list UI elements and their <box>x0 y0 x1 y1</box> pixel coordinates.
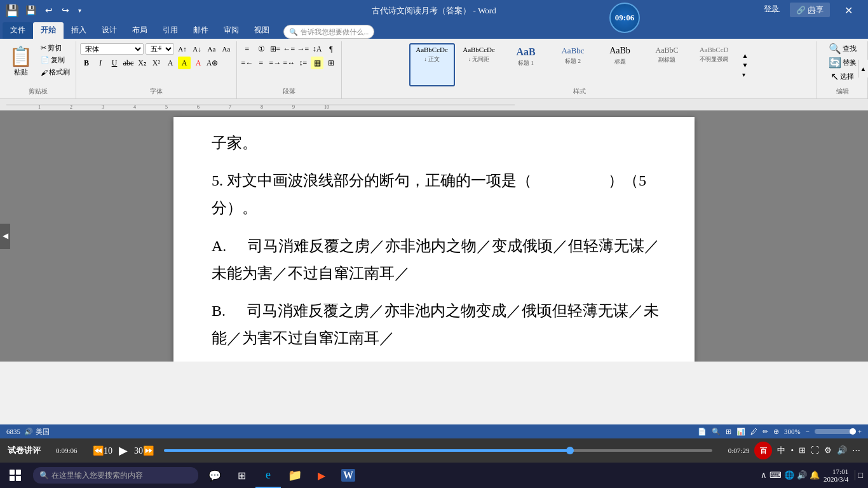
subscript-button[interactable]: X₂ <box>136 57 149 69</box>
taskbar-item-cortana[interactable]: 💬 <box>202 463 227 488</box>
decrease-indent-button[interactable]: ←≡ <box>283 43 295 55</box>
rewind-button[interactable]: ⏪10 <box>93 445 112 456</box>
style-normal[interactable]: AaBbCcDc ↓ 正文 <box>409 43 455 86</box>
quick-access-undo[interactable]: ↩ <box>43 4 55 17</box>
notification-icon[interactable]: 🔔 <box>810 470 820 480</box>
network-icon[interactable]: 🌐 <box>784 470 794 480</box>
increase-indent-button[interactable]: →≡ <box>297 43 309 55</box>
tab-review[interactable]: 审阅 <box>216 22 247 39</box>
superscript-button[interactable]: X² <box>150 57 163 69</box>
strikethrough-button[interactable]: abc <box>122 57 135 69</box>
style-heading1[interactable]: AaB 标题 1 <box>503 43 549 86</box>
tab-view[interactable]: 视图 <box>247 22 277 39</box>
play-pause-button[interactable]: ▶ <box>119 444 128 458</box>
close-button[interactable]: ✕ <box>834 0 863 21</box>
video-progress-bar[interactable] <box>164 449 712 452</box>
font-family-select[interactable]: 宋体 <box>80 43 144 55</box>
bold-button[interactable]: B <box>80 57 93 69</box>
tab-layout[interactable]: 布局 <box>125 22 155 39</box>
style-subtitle[interactable]: AaBbC 副标题 <box>644 43 690 86</box>
share-button[interactable]: 🔗 共享 <box>790 3 830 17</box>
highlight-button[interactable]: A <box>178 57 191 69</box>
taskbar-search[interactable]: 🔍 在这里输入您要搜索的内容 <box>33 467 198 484</box>
show-marks-button[interactable]: ¶ <box>325 43 337 55</box>
font-case-button[interactable]: Aa <box>220 43 233 55</box>
fast-forward-button[interactable]: 30⏩ <box>134 445 154 456</box>
quick-access-save[interactable]: 💾 <box>23 4 39 17</box>
format-painter-button[interactable]: 🖌 格式刷 <box>39 67 72 78</box>
keyboard-icon[interactable]: ⌨ <box>770 470 782 480</box>
font-extra-button[interactable]: A⊕ <box>206 57 219 69</box>
bullet-icon[interactable]: • <box>790 445 794 456</box>
fullscreen-icon[interactable]: ⛶ <box>811 445 819 456</box>
quick-access-more[interactable]: ▾ <box>76 6 84 15</box>
login-button[interactable]: 登录 <box>764 4 779 15</box>
font-size-select[interactable]: 五号 <box>146 43 174 55</box>
tab-references[interactable]: 引用 <box>155 22 186 39</box>
styles-scroll-down[interactable]: ▼ <box>741 60 750 70</box>
style-title[interactable]: AaBb 标题 <box>597 43 643 86</box>
style-heading2[interactable]: AaBbc 标题 2 <box>550 43 596 86</box>
justify-button[interactable]: ≡↔ <box>283 57 295 69</box>
multi-level-list-button[interactable]: ⊞≡ <box>269 43 281 55</box>
lang-toggle[interactable]: 中 <box>777 445 785 456</box>
more-icon[interactable]: ⋯ <box>852 445 860 456</box>
find-button[interactable]: 🔍 查找 <box>829 43 857 55</box>
text-effect-button[interactable]: A <box>164 57 177 69</box>
font-label: 字体 <box>150 87 163 97</box>
svg-text:4: 4 <box>133 104 136 110</box>
sort-button[interactable]: ↕A <box>311 43 323 55</box>
underline-button[interactable]: U <box>108 57 121 69</box>
taskbar-clock[interactable]: 17:01 2020/3/4 <box>824 468 848 483</box>
taskbar-item-word[interactable]: W <box>336 463 361 488</box>
style-no-spacing[interactable]: AaBbCcDc ↓ 无间距 <box>456 43 502 86</box>
settings-icon[interactable]: ⚙ <box>824 445 832 456</box>
replace-button[interactable]: 🔄 替换 <box>829 57 857 69</box>
align-right-button[interactable]: ≡→ <box>269 57 281 69</box>
bullet-list-button[interactable]: ≡ <box>241 43 254 55</box>
quick-access-redo[interactable]: ↪ <box>59 4 72 17</box>
start-button[interactable] <box>0 463 31 488</box>
tab-design[interactable]: 设计 <box>94 22 125 39</box>
taskbar-item-multitask[interactable]: ⊞ <box>229 463 254 488</box>
decrease-font-size-button[interactable]: A↓ <box>191 43 203 55</box>
zoom-minus[interactable]: − <box>806 428 810 435</box>
video-progress-thumb[interactable] <box>566 447 574 454</box>
tab-home[interactable]: 开始 <box>33 22 64 39</box>
zoom-slider[interactable] <box>815 429 853 434</box>
tab-insert[interactable]: 插入 <box>64 22 94 39</box>
taskbar-item-media[interactable]: ▶ <box>309 463 334 488</box>
styles-more[interactable]: ▾ <box>741 70 750 79</box>
tell-me-input[interactable]: 🔍 告诉我您想要做什么... <box>283 25 374 39</box>
font-color-button[interactable]: A <box>192 57 205 69</box>
align-left-button[interactable]: ≡← <box>241 57 254 69</box>
speaker-icon[interactable]: 🔊 <box>797 470 807 480</box>
increase-font-size-button[interactable]: A↑ <box>176 43 189 55</box>
taskbar-item-edge[interactable]: e <box>255 463 281 488</box>
share-icon: 🔗 <box>796 6 806 15</box>
tab-file[interactable]: 文件 <box>3 22 33 39</box>
select-button[interactable]: ↖ 选择 <box>831 71 854 83</box>
zoom-plus[interactable]: + <box>858 428 862 435</box>
clear-format-button[interactable]: Aa <box>205 43 218 55</box>
left-collapse-arrow[interactable]: ◀ <box>0 224 10 249</box>
border-button[interactable]: ⊞ <box>325 57 337 69</box>
speaker-icon[interactable]: 🔊 <box>24 428 33 436</box>
resolution-icon[interactable]: ⊞ <box>799 445 806 456</box>
number-list-button[interactable]: ① <box>255 43 268 55</box>
paste-button[interactable]: 📋 粘贴 <box>4 43 37 79</box>
volume-icon[interactable]: 🔊 <box>837 445 847 456</box>
line-spacing-button[interactable]: ↕≡ <box>297 57 309 69</box>
shading-button[interactable]: ▦ <box>311 57 323 69</box>
cut-button[interactable]: ✂ 剪切 <box>39 43 72 53</box>
collapse-ribbon-button[interactable]: ▲ <box>858 60 868 78</box>
taskbar-item-explorer[interactable]: 📁 <box>282 463 308 488</box>
up-arrow-icon[interactable]: ∧ <box>761 470 767 480</box>
styles-scroll-up[interactable]: ▲ <box>741 51 750 60</box>
italic-button[interactable]: I <box>94 57 107 69</box>
copy-button[interactable]: 📄 复制 <box>39 55 72 65</box>
show-desktop-icon[interactable]: □ <box>855 470 863 480</box>
tab-mail[interactable]: 邮件 <box>186 22 216 39</box>
style-subtle-emphasis[interactable]: AaBbCcD 不明显强调 <box>691 43 737 86</box>
align-center-button[interactable]: ≡ <box>255 57 268 69</box>
